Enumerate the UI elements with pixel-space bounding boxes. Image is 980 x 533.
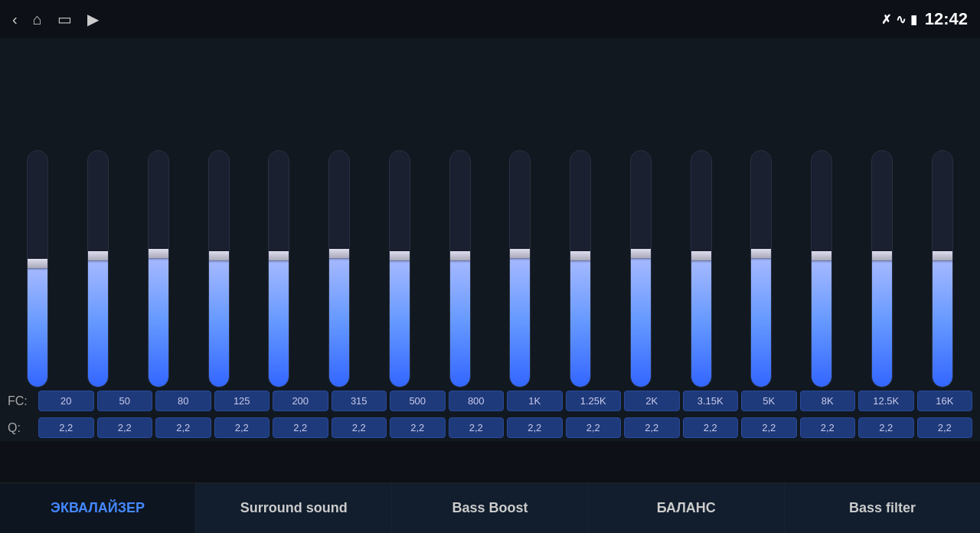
slider-col-80[interactable] bbox=[129, 150, 189, 387]
slider-track-5K bbox=[750, 150, 772, 387]
slider-handle-1K[interactable] bbox=[509, 249, 531, 258]
slider-handle-125[interactable] bbox=[208, 251, 230, 260]
q-badge-12.5K[interactable]: 2,2 bbox=[858, 417, 914, 438]
q-badge-2K[interactable]: 2,2 bbox=[624, 417, 680, 438]
fc-badge-20[interactable]: 20 bbox=[38, 391, 94, 411]
slider-col-800[interactable] bbox=[430, 150, 490, 387]
slider-handle-200[interactable] bbox=[268, 251, 289, 260]
slider-fill-200 bbox=[269, 256, 289, 387]
q-badge-1K[interactable]: 2,2 bbox=[507, 417, 563, 438]
fc-badge-200[interactable]: 200 bbox=[273, 391, 328, 411]
slider-track-8K bbox=[811, 150, 832, 387]
slider-track-80 bbox=[148, 150, 169, 387]
q-badge-200[interactable]: 2,2 bbox=[273, 417, 328, 438]
fc-badge-315[interactable]: 315 bbox=[332, 391, 387, 411]
tab-bass-boost[interactable]: Bass Boost bbox=[392, 483, 588, 533]
slider-track-125 bbox=[208, 150, 230, 387]
slider-col-3.15K[interactable] bbox=[671, 150, 731, 387]
q-badge-16K[interactable]: 2,2 bbox=[917, 417, 973, 438]
slider-col-2K[interactable] bbox=[611, 150, 671, 387]
slider-handle-315[interactable] bbox=[328, 249, 350, 258]
slider-handle-3.15K[interactable] bbox=[691, 251, 712, 260]
slider-handle-16K[interactable] bbox=[932, 251, 953, 260]
fc-badge-1K[interactable]: 1K bbox=[507, 391, 563, 411]
slider-track-800 bbox=[449, 150, 471, 387]
slider-handle-800[interactable] bbox=[449, 251, 471, 260]
slider-fill-80 bbox=[149, 253, 168, 387]
fc-badge-12.5K[interactable]: 12.5K bbox=[858, 391, 914, 411]
tab-equalizer[interactable]: ЭКВАЛАЙЗЕР bbox=[0, 483, 196, 533]
slider-track-200 bbox=[268, 150, 289, 387]
slider-fill-20 bbox=[28, 263, 47, 387]
slider-handle-12.5K[interactable] bbox=[871, 251, 893, 260]
home-icon[interactable]: ⌂ bbox=[33, 11, 42, 28]
slider-col-1.25K[interactable] bbox=[550, 150, 611, 387]
back-icon[interactable]: ‹ bbox=[12, 11, 18, 28]
slider-fill-12.5K bbox=[872, 256, 892, 387]
slider-track-500 bbox=[389, 150, 410, 387]
slider-col-125[interactable] bbox=[188, 150, 249, 387]
tab-balance[interactable]: БАЛАНС bbox=[589, 483, 785, 533]
q-badge-500[interactable]: 2,2 bbox=[390, 417, 446, 438]
slider-fill-16K bbox=[933, 256, 952, 387]
slider-fill-2K bbox=[631, 253, 651, 387]
slider-col-20[interactable] bbox=[8, 150, 68, 387]
play-icon[interactable]: ▶ bbox=[87, 10, 99, 28]
fc-badge-2K[interactable]: 2K bbox=[624, 391, 680, 411]
slider-fill-500 bbox=[390, 256, 410, 387]
slider-track-20 bbox=[27, 150, 48, 387]
fc-badge-80[interactable]: 80 bbox=[155, 391, 211, 411]
tab-surround-sound[interactable]: Surround sound bbox=[196, 483, 392, 533]
q-badge-8K[interactable]: 2,2 bbox=[800, 417, 856, 438]
equalizer-area: FC: 2050801252003155008001K1.25K2K3.15K5… bbox=[0, 38, 980, 441]
q-values: 2,22,22,22,22,22,22,22,22,22,22,22,22,22… bbox=[38, 417, 972, 438]
slider-handle-500[interactable] bbox=[389, 251, 410, 260]
q-badge-80[interactable]: 2,2 bbox=[155, 417, 211, 438]
slider-col-16K[interactable] bbox=[912, 150, 972, 387]
slider-handle-20[interactable] bbox=[27, 259, 48, 268]
fc-badge-500[interactable]: 500 bbox=[390, 391, 446, 411]
sliders-container bbox=[0, 123, 980, 387]
fc-badge-800[interactable]: 800 bbox=[449, 391, 505, 411]
fc-badge-125[interactable]: 125 bbox=[214, 391, 270, 411]
slider-handle-1.25K[interactable] bbox=[570, 251, 591, 260]
slider-handle-8K[interactable] bbox=[811, 251, 832, 260]
slider-fill-3.15K bbox=[691, 256, 711, 387]
window-icon[interactable]: ▭ bbox=[57, 10, 72, 28]
q-badge-315[interactable]: 2,2 bbox=[332, 417, 387, 438]
q-badge-125[interactable]: 2,2 bbox=[214, 417, 270, 438]
slider-col-5K[interactable] bbox=[731, 150, 792, 387]
bluetooth-icon: ✗ bbox=[881, 12, 891, 27]
fc-badge-3.15K[interactable]: 3.15K bbox=[683, 391, 739, 411]
slider-handle-5K[interactable] bbox=[750, 249, 772, 258]
fc-badge-16K[interactable]: 16K bbox=[917, 391, 973, 411]
q-badge-5K[interactable]: 2,2 bbox=[741, 417, 797, 438]
slider-col-315[interactable] bbox=[309, 150, 370, 387]
slider-fill-1K bbox=[510, 253, 530, 387]
fc-badge-50[interactable]: 50 bbox=[97, 391, 153, 411]
slider-col-8K[interactable] bbox=[792, 150, 852, 387]
slider-col-50[interactable] bbox=[68, 150, 129, 387]
slider-col-1K[interactable] bbox=[490, 150, 550, 387]
q-badge-20[interactable]: 2,2 bbox=[38, 417, 94, 438]
nav-controls: ‹ ⌂ ▭ ▶ bbox=[12, 10, 99, 28]
slider-col-500[interactable] bbox=[370, 150, 430, 387]
slider-handle-80[interactable] bbox=[148, 249, 169, 258]
slider-fill-5K bbox=[751, 253, 771, 387]
slider-col-12.5K[interactable] bbox=[852, 150, 913, 387]
fc-badge-5K[interactable]: 5K bbox=[741, 391, 797, 411]
fc-badge-1.25K[interactable]: 1.25K bbox=[566, 391, 622, 411]
slider-track-1.25K bbox=[570, 150, 591, 387]
q-badge-1.25K[interactable]: 2,2 bbox=[566, 417, 622, 438]
fc-badge-8K[interactable]: 8K bbox=[800, 391, 856, 411]
q-badge-50[interactable]: 2,2 bbox=[97, 417, 153, 438]
status-bar: ‹ ⌂ ▭ ▶ ✗ ∿ ▮ 12:42 bbox=[0, 0, 980, 38]
slider-handle-2K[interactable] bbox=[630, 249, 652, 258]
tab-bass-filter[interactable]: Bass filter bbox=[785, 483, 980, 533]
slider-col-200[interactable] bbox=[249, 150, 309, 387]
q-badge-3.15K[interactable]: 2,2 bbox=[683, 417, 739, 438]
status-right: ✗ ∿ ▮ 12:42 bbox=[881, 9, 968, 29]
slider-fill-8K bbox=[812, 256, 831, 387]
slider-handle-50[interactable] bbox=[87, 251, 109, 260]
q-badge-800[interactable]: 2,2 bbox=[449, 417, 505, 438]
